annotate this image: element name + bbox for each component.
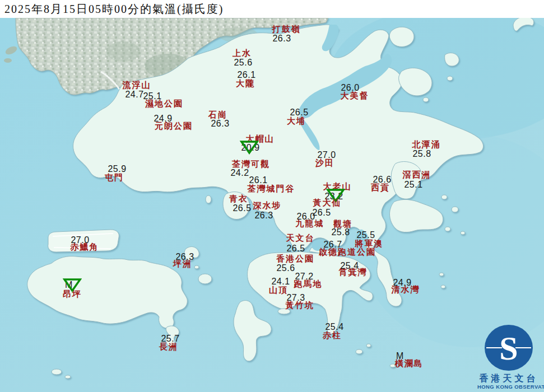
station-value: 25.1 — [404, 180, 422, 190]
station-value: 24.9 — [393, 278, 411, 288]
station-value: 26.5 — [290, 108, 308, 118]
station-value: 27.0 — [317, 151, 336, 160]
station-value: 26.0 — [296, 212, 315, 222]
station-value: 26.3 — [254, 211, 273, 221]
station-value: 25.6 — [276, 264, 295, 273]
station-value: M — [396, 352, 404, 361]
station-value: 26.5 — [233, 204, 251, 213]
station-value: 24.9 — [154, 114, 172, 124]
hko-logo: S 香港天文台 HONG KONG OBSERVATORY — [477, 324, 540, 390]
station-name: 上水 — [233, 49, 252, 58]
station-name: 打鼓嶺 — [272, 25, 301, 34]
station-value: 27.3 — [286, 293, 305, 303]
station-name: 屯門 — [105, 173, 124, 183]
station-value: 26.3 — [211, 119, 229, 129]
station-value: 25.1 — [143, 92, 161, 101]
hko-logo-english: HONG KONG OBSERVATORY — [477, 384, 540, 390]
station-name: 青衣 — [229, 194, 248, 204]
station-value: 27.2 — [295, 272, 313, 282]
station-value: 25.5 — [356, 231, 375, 240]
hko-logo-icon: S — [483, 324, 534, 372]
station-name: 天文台 — [286, 234, 315, 243]
station-name: 山頂 — [269, 286, 288, 295]
hko-logo-chinese: 香港天文台 — [477, 373, 540, 384]
station-value: 26.3 — [175, 253, 194, 262]
station-name: 香港公園 — [276, 254, 314, 264]
station-name: 大隴 — [236, 79, 255, 88]
station-value: 26.6 — [373, 175, 391, 185]
station-name: 赤柱 — [323, 331, 342, 340]
station-name: 流浮山 — [123, 81, 151, 90]
station-value: 26.3 — [272, 34, 291, 44]
station-value: 24.2 — [230, 169, 249, 178]
page-title: 2025年8月15日05時00分的氣溫(攝氏度) — [0, 3, 224, 15]
station-value: 25.7 — [161, 334, 179, 344]
station-name: 大埔 — [287, 116, 306, 126]
title-bar: 2025年8月15日05時00分的氣溫(攝氏度) — [0, 0, 544, 18]
station-value: 25.4 — [340, 262, 359, 271]
station-value: 26.5 — [286, 244, 305, 254]
station-value: 26.7 — [323, 240, 342, 250]
station-value: 26.1 — [237, 71, 255, 80]
station-value: 27.0 — [71, 236, 89, 245]
hko-temperature-map: 2025年8月15日05時00分的氣溫(攝氏度) 打鼓嶺 26.3 上水 25.… — [0, 0, 544, 392]
station-name: 深水埗 — [253, 201, 282, 211]
triangle-marker-icon — [63, 278, 82, 292]
station-value: 26.0 — [341, 83, 359, 93]
station-name: 荃灣城門谷 — [248, 184, 295, 194]
station-layer: 打鼓嶺 26.3 上水 25.6 大隴 26.1 流浮山 24.7 濕地公園 2… — [0, 0, 544, 392]
svg-text:S: S — [499, 330, 518, 367]
station-value: 25.9 — [108, 165, 126, 174]
station-value: 25.8 — [412, 150, 431, 159]
triangle-marker-icon — [240, 140, 259, 155]
station-value: 25.8 — [331, 228, 350, 237]
station-value: 25.6 — [234, 58, 252, 68]
station-value: 24.7 — [125, 90, 143, 100]
station-name: 北潭涌 — [412, 140, 441, 150]
station-name: 滘西洲 — [403, 170, 431, 180]
station-value: 25.4 — [325, 323, 343, 332]
station-name: 黃大仙 — [313, 198, 342, 208]
station-value: 24.1 — [271, 277, 290, 287]
station-value: 26.1 — [249, 176, 267, 185]
